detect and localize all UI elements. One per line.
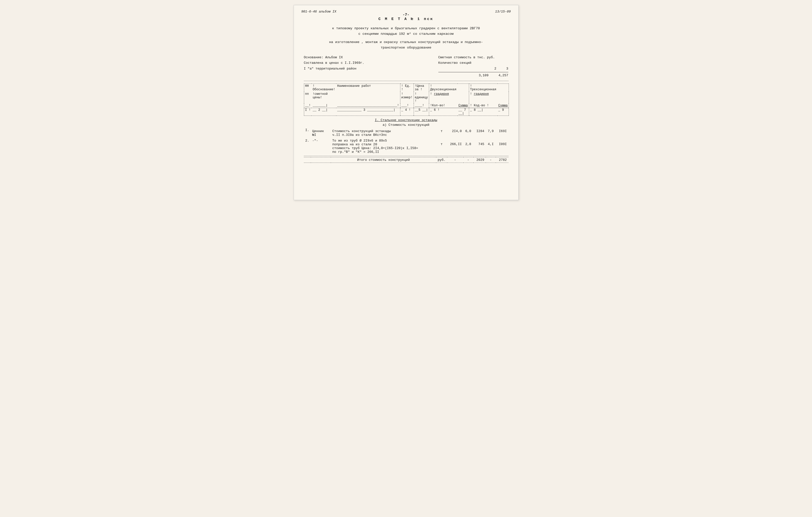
total-unit: руб. bbox=[436, 157, 447, 163]
col2-value: 3,109 bbox=[478, 73, 488, 78]
header-row-2: пп !сметной цены! !измер! !единицу ! ! г… bbox=[304, 92, 509, 103]
table-row: I. Ценник №I Стоимость конструкций эстак… bbox=[304, 128, 509, 138]
info-right: Сметная стоимость в тнс. руб. Количество… bbox=[438, 55, 509, 78]
total-sum3: 2782 bbox=[496, 157, 509, 163]
col2-header: 2 bbox=[494, 66, 496, 72]
num-5: __5 __| bbox=[414, 108, 429, 115]
table-header: НН ! Обоснование! Наименование работ ! Е… bbox=[304, 84, 509, 116]
hdr-two-section-cont bbox=[457, 84, 469, 92]
row1-qty3: 7,9 bbox=[486, 128, 496, 138]
info-right-sublabel: Количество секций bbox=[438, 60, 509, 66]
hdr-kodvo: ! Код-во ! bbox=[469, 103, 497, 108]
total-row: Итого стоимость конструкций руб. - - 202… bbox=[304, 157, 509, 163]
hdr-pp: пп bbox=[304, 92, 312, 103]
total-sum2: 2029 bbox=[473, 157, 486, 163]
num-4: _ 4 ! bbox=[400, 108, 414, 115]
hdr-summa-two: Сумма bbox=[457, 103, 469, 108]
col3-value: 4,257 bbox=[498, 73, 508, 78]
section1a-title: а) Стоимость конструкций bbox=[304, 123, 509, 127]
hdr-three-section-cont bbox=[497, 84, 509, 92]
hdr-summa-three: Сумма bbox=[497, 103, 509, 108]
row1-unit: т bbox=[436, 128, 447, 138]
hdr-gradirnya-two: ! градирня bbox=[429, 92, 458, 103]
row1-num: I. bbox=[304, 128, 311, 138]
hdr-name-label: Наименование работ bbox=[336, 84, 400, 92]
info-right-label: Сметная стоимость в тнс. руб. bbox=[438, 55, 509, 60]
subtitle-line1: к типовому проекту капельных и брызгальн… bbox=[304, 26, 509, 31]
num-1: I ! bbox=[304, 108, 312, 115]
smeta-title: С М Е Т А № 1 пск bbox=[304, 17, 509, 21]
hdr-basis-cont: !сметной цены! bbox=[312, 92, 336, 103]
hdr-kolvo: !Кол-во! bbox=[429, 103, 458, 108]
subtitle3-line1: на изготовление , монтаж и окраску сталь… bbox=[304, 39, 509, 45]
table-row: 2. -"- То же из труб Ø 2I9х6 и 89х5 попр… bbox=[304, 138, 509, 155]
row1-qty2: 6,0 bbox=[463, 128, 473, 138]
hdr-dash5: ____! bbox=[414, 103, 429, 108]
num-6: _ 6 ! bbox=[429, 108, 458, 115]
hdr-gradirnya-three: ! градирня bbox=[469, 92, 497, 103]
top-left-label: 901-6-46 альбом IX bbox=[301, 10, 337, 13]
hdr-two-section-label: !Двухсекционная bbox=[429, 84, 458, 92]
info-line1: Основание: Альбом IX bbox=[304, 55, 365, 60]
hdr-price-cont: !единицу ! bbox=[414, 92, 429, 103]
subtitle3-line2: транспортное оборудование bbox=[304, 45, 509, 51]
total-qty2: - bbox=[463, 157, 473, 163]
header-row-3: __! _______| ___________________________… bbox=[304, 103, 509, 108]
total-empty2 bbox=[311, 157, 331, 163]
header-row-1: НН ! Обоснование! Наименование работ ! Е… bbox=[304, 84, 509, 92]
row2-sum2: 745 bbox=[473, 138, 486, 155]
num-row: I ! __ 2 __| _____________ 3 ___________… bbox=[304, 108, 509, 115]
hdr-dash2: _______| bbox=[312, 103, 336, 108]
row1-price: 2I4,0 bbox=[447, 128, 463, 138]
row2-qty2: 2,8 bbox=[463, 138, 473, 155]
num-9: _ 9 bbox=[497, 108, 509, 115]
total-label: Итого стоимость конструкций bbox=[331, 157, 436, 163]
row1-sum2: I284 bbox=[473, 128, 486, 138]
info-cols-values: 3,109 4,257 bbox=[438, 73, 509, 78]
hdr-unit-cont: !измер! bbox=[400, 92, 414, 103]
info-left: Основание: Альбом IX Составлена в ценах … bbox=[304, 55, 365, 78]
hdr-dash3: ________________________________! bbox=[336, 103, 400, 108]
row1-basis: Ценник №I bbox=[311, 128, 331, 138]
total-empty1 bbox=[304, 157, 311, 163]
row1-name: Стоимость конструкций эстакады ч.II п.3I… bbox=[331, 128, 436, 138]
row2-basis: -"- bbox=[311, 138, 331, 155]
total-qty3: - bbox=[486, 157, 496, 163]
col3-header: 3 bbox=[506, 66, 509, 72]
row2-price: 266,II bbox=[447, 138, 463, 155]
hdr-basis-label: ! Обоснование! bbox=[312, 84, 336, 92]
info-line2: Составлена в ценах с I.I.I969г. bbox=[304, 60, 365, 66]
hdr-dash1: __! bbox=[304, 103, 312, 108]
row2-sum3: I09I bbox=[496, 138, 509, 155]
num-3: _____________ 3 ______________| bbox=[336, 108, 400, 115]
info-cols-header: 2 3 bbox=[438, 66, 509, 72]
subtitle-block: к типовому проекту капельных и брызгальн… bbox=[304, 26, 509, 36]
num-8: _ 8 __| bbox=[469, 108, 497, 115]
divider-row bbox=[304, 155, 509, 157]
hdr-gradirnya-two-cont bbox=[457, 92, 469, 103]
row1-sum3: I69I bbox=[496, 128, 509, 138]
top-center: -7- С М Е Т А № 1 пск bbox=[304, 13, 509, 21]
num-7: __ 7 __| bbox=[457, 108, 469, 115]
hdr-dash4: ___! bbox=[400, 103, 414, 108]
page: 901-6-46 альбом IX -7- С М Е Т А № 1 пск… bbox=[294, 5, 519, 200]
divider-top bbox=[304, 81, 509, 81]
row2-name: То же из труб Ø 2I9х6 и 89х5 поправка на… bbox=[331, 138, 436, 155]
num-2: __ 2 __| bbox=[312, 108, 336, 115]
row2-num: 2. bbox=[304, 138, 311, 155]
hdr-nn: НН bbox=[304, 84, 312, 92]
hdr-three-section-label: ! Трехсекционная bbox=[469, 84, 497, 92]
data-table: I. Ценник №I Стоимость конструкций эстак… bbox=[304, 128, 509, 163]
hdr-price-label: !Цена за ! bbox=[414, 84, 429, 92]
hdr-unit-label: ! Ед. ! bbox=[400, 84, 414, 92]
hdr-name-cont bbox=[336, 92, 400, 103]
section1-title: I. Стальнне конструкции эстакады bbox=[304, 118, 509, 122]
subtitle2-block: на изготовление , монтаж и окраску сталь… bbox=[304, 39, 509, 50]
info-section: Основание: Альбом IX Составлена в ценах … bbox=[304, 55, 509, 78]
row2-qty3: 4,I bbox=[486, 138, 496, 155]
hdr-gradirnya-three-cont bbox=[497, 92, 509, 103]
info-line3: I "а" территориальний район bbox=[304, 66, 365, 72]
total-price: - bbox=[447, 157, 463, 163]
top-right-label: 13/15-09 bbox=[495, 10, 511, 13]
row2-unit: т bbox=[436, 138, 447, 155]
